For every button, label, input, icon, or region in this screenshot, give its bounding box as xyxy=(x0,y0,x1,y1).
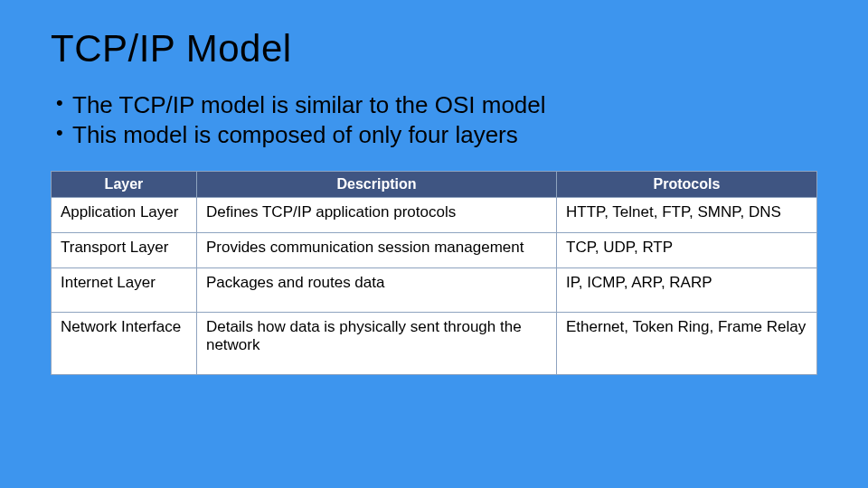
table-header-row: Layer Description Protocols xyxy=(52,172,817,198)
table-row: Transport Layer Provides communication s… xyxy=(52,233,817,268)
table-row: Internet Layer Packages and routes data … xyxy=(52,268,817,313)
slide: TCP/IP Model The TCP/IP model is similar… xyxy=(0,0,868,393)
layers-table: Layer Description Protocols Application … xyxy=(51,171,817,375)
table-row: Application Layer Defines TCP/IP applica… xyxy=(52,198,817,233)
table-header-description: Description xyxy=(196,172,556,198)
bullet-list: The TCP/IP model is similar to the OSI m… xyxy=(56,90,817,149)
table-row: Network Interface Details how data is ph… xyxy=(52,313,817,375)
cell-layer: Internet Layer xyxy=(52,268,197,313)
cell-protocols: IP, ICMP, ARP, RARP xyxy=(557,268,817,313)
bullet-item: This model is composed of only four laye… xyxy=(56,120,817,150)
cell-description: Details how data is physically sent thro… xyxy=(196,313,556,375)
table-header-layer: Layer xyxy=(52,172,197,198)
cell-layer: Application Layer xyxy=(52,198,197,233)
cell-protocols: TCP, UDP, RTP xyxy=(557,233,817,268)
cell-protocols: Ethernet, Token Ring, Frame Relay xyxy=(557,313,817,375)
cell-layer: Network Interface xyxy=(52,313,197,375)
bullet-item: The TCP/IP model is similar to the OSI m… xyxy=(56,90,817,120)
cell-description: Defines TCP/IP application protocols xyxy=(196,198,556,233)
cell-description: Packages and routes data xyxy=(196,268,556,313)
cell-protocols: HTTP, Telnet, FTP, SMNP, DNS xyxy=(557,198,817,233)
slide-title: TCP/IP Model xyxy=(51,27,817,70)
cell-layer: Transport Layer xyxy=(52,233,197,268)
cell-description: Provides communication session managemen… xyxy=(196,233,556,268)
table-header-protocols: Protocols xyxy=(557,172,817,198)
